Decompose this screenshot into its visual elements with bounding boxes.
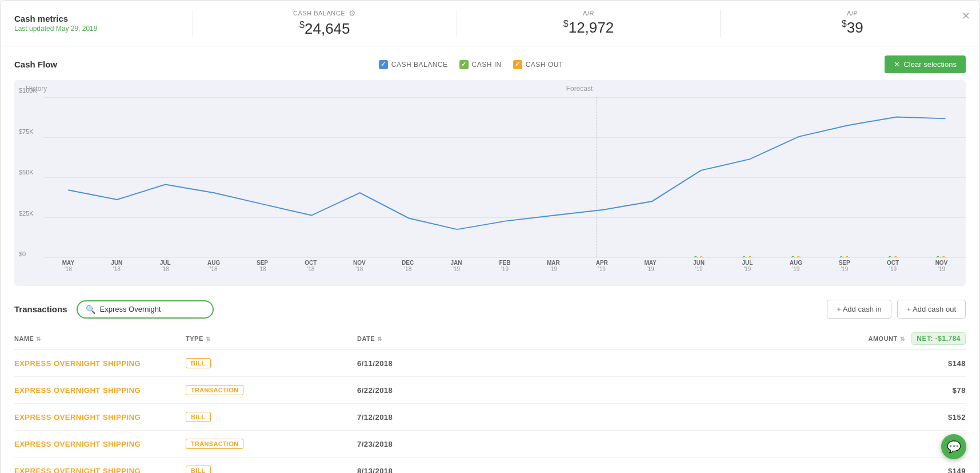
x-label-jan19: JAN'19	[432, 257, 481, 286]
x-label-sep18: SEP'18	[238, 257, 287, 286]
row-amount-4: $149	[851, 467, 966, 474]
x-label-nov18: NOV'18	[335, 257, 383, 286]
ap-metric: A/P $39	[739, 10, 966, 37]
x-label-sep19: SEP'19	[820, 257, 869, 286]
ap-value: $39	[739, 19, 966, 37]
cash-balance-label: CASH BALANCE ⚙	[211, 9, 438, 18]
row-date-4: 8/13/2018	[357, 467, 851, 474]
row-name-0[interactable]: Express Overnight Shipping	[14, 359, 186, 368]
row-date-0: 6/11/2018	[357, 359, 851, 368]
col-header-type: TYPE ⇅	[186, 332, 357, 345]
app-title: Cash metrics	[14, 14, 174, 23]
divider-1	[193, 10, 193, 37]
last-updated: Last updated May 29, 2019	[14, 25, 174, 33]
row-date-3: 7/23/2018	[357, 440, 851, 448]
row-amount-1: $78	[851, 386, 966, 395]
table-row: Express Overnight Shipping BILL 7/12/201…	[14, 404, 966, 431]
legend-items: ✓ CASH BALANCE ✓ CASH IN ✓ CASH OUT	[379, 60, 563, 69]
cash-balance-value: $24,645	[211, 20, 438, 38]
transactions-section: Transactions 🔍 + Add cash in + Add cash …	[1, 291, 979, 473]
row-name-4[interactable]: Express Overnight Shipping	[14, 467, 186, 474]
x-label-oct19: OCT'19	[869, 257, 917, 286]
table-body: Express Overnight Shipping BILL 6/11/201…	[14, 350, 966, 473]
row-type-3: TRANSACTION	[186, 439, 357, 449]
search-icon: 🔍	[86, 305, 95, 314]
sort-type-icon[interactable]: ⇅	[206, 336, 211, 342]
search-wrapper: 🔍	[77, 300, 214, 319]
legend-cash-balance[interactable]: ✓ CASH BALANCE	[379, 60, 448, 69]
header-title-section: Cash metrics Last updated May 29, 2019	[14, 14, 174, 33]
row-name-1[interactable]: Express Overnight Shipping	[14, 386, 186, 395]
cash-balance-checkbox[interactable]: ✓	[379, 60, 388, 69]
type-badge-2: BILL	[186, 412, 211, 422]
ar-value: $12,972	[475, 19, 702, 37]
cash-out-checkbox[interactable]: ✓	[513, 60, 522, 69]
add-cash-in-button[interactable]: + Add cash in	[827, 300, 891, 319]
gear-icon[interactable]: ⚙	[349, 9, 357, 18]
search-input[interactable]	[100, 305, 203, 313]
row-amount-2: $152	[851, 413, 966, 422]
transactions-title: Transactions	[14, 304, 67, 314]
transactions-header: Transactions 🔍 + Add cash in + Add cash …	[14, 300, 966, 319]
cash-flow-header: Cash Flow ✓ CASH BALANCE ✓ CASH IN ✓ CAS…	[14, 55, 966, 73]
cash-in-legend-label: CASH IN	[472, 61, 502, 69]
row-amount-0: $148	[851, 359, 966, 368]
row-name-3[interactable]: Express Overnight Shipping	[14, 440, 186, 448]
sort-amount-icon[interactable]: ⇅	[900, 336, 905, 342]
chat-icon: 💬	[947, 440, 961, 454]
y-label-75k: $75K	[19, 128, 37, 135]
divider-3	[720, 10, 721, 37]
chart-x-labels: MAY'18 JUN'18 JUL'18 AUG'18 SEP'18 OCT'1…	[44, 257, 966, 286]
cash-balance-metric: CASH BALANCE ⚙ $24,645	[211, 9, 438, 38]
clear-selections-button[interactable]: ✕ Clear selections	[885, 55, 966, 73]
chat-bubble[interactable]: 💬	[941, 434, 966, 459]
legend-cash-out[interactable]: ✓ CASH OUT	[513, 60, 563, 69]
divider-2	[457, 10, 457, 37]
x-label-jun19: JUN'19	[675, 257, 723, 286]
net-badge: Net: -$1,784	[911, 332, 966, 345]
x-label-oct18: OCT'18	[286, 257, 335, 286]
x-label-may19: MAY'19	[626, 257, 675, 286]
cash-balance-legend-label: CASH BALANCE	[391, 61, 448, 69]
row-date-2: 7/12/2018	[357, 413, 851, 422]
x-label-aug18: AUG'18	[190, 257, 238, 286]
ap-label: A/P	[739, 10, 966, 17]
close-icon[interactable]: ✕	[962, 10, 970, 22]
header: Cash metrics Last updated May 29, 2019 C…	[1, 1, 979, 46]
action-buttons: + Add cash in + Add cash out	[827, 300, 966, 319]
type-badge-0: BILL	[186, 358, 211, 368]
y-label-25k: $25K	[19, 210, 37, 217]
cash-out-legend-label: CASH OUT	[526, 61, 563, 69]
legend-cash-in[interactable]: ✓ CASH IN	[459, 60, 502, 69]
x-label-may18: MAY'18	[44, 257, 93, 286]
x-label-jul19: JUL'19	[723, 257, 771, 286]
y-label-0: $0	[19, 251, 37, 257]
table-row: Express Overnight Shipping BILL 8/13/201…	[14, 458, 966, 473]
table-row: Express Overnight Shipping TRANSACTION 6…	[14, 377, 966, 404]
col-header-date: DATE ⇅	[357, 332, 851, 345]
cash-flow-section: Cash Flow ✓ CASH BALANCE ✓ CASH IN ✓ CAS…	[1, 46, 979, 286]
row-type-1: TRANSACTION	[186, 385, 357, 395]
x-label-jun18: JUN'18	[93, 257, 141, 286]
add-cash-out-button[interactable]: + Add cash out	[897, 300, 966, 319]
chart-bars-container	[44, 97, 966, 257]
ar-label: A/R	[475, 10, 702, 17]
x-label-mar19: MAR'19	[529, 257, 578, 286]
row-type-4: BILL	[186, 466, 357, 473]
forecast-label: Forecast	[566, 85, 593, 93]
sort-name-icon[interactable]: ⇅	[36, 336, 41, 342]
col-header-name: NAME ⇅	[14, 332, 186, 345]
sort-date-icon[interactable]: ⇅	[377, 336, 382, 342]
row-type-0: BILL	[186, 358, 357, 368]
col-header-amount: AMOUNT ⇅ Net: -$1,784	[851, 332, 966, 345]
table-row: Express Overnight Shipping TRANSACTION 7…	[14, 431, 966, 458]
row-name-2[interactable]: Express Overnight Shipping	[14, 413, 186, 422]
table-header: NAME ⇅ TYPE ⇅ DATE ⇅ AMOUNT ⇅ Net: -$1,7…	[14, 328, 966, 350]
cash-in-checkbox[interactable]: ✓	[459, 60, 469, 69]
transactions-title-search: Transactions 🔍	[14, 300, 214, 319]
chart-area: $100K $75K $50K $25K $0 History Forecast	[14, 80, 966, 286]
app-container: Cash metrics Last updated May 29, 2019 C…	[0, 0, 980, 473]
type-badge-3: TRANSACTION	[186, 439, 243, 449]
x-label-aug19: AUG'19	[771, 257, 820, 286]
x-label-jul18: JUL'18	[141, 257, 190, 286]
